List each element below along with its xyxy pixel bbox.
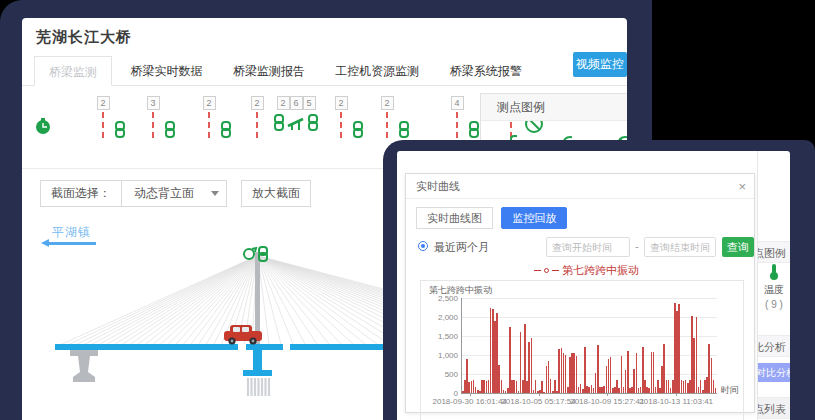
chart-legend[interactable]: 第七跨跨中振动 bbox=[534, 263, 754, 278]
legend-marker-icon bbox=[544, 268, 549, 273]
compare-analysis-button[interactable]: 对比分析 bbox=[757, 363, 790, 382]
temperature-block[interactable]: 温度 ( 9 ) bbox=[758, 263, 790, 310]
temperature-count: ( 9 ) bbox=[758, 299, 790, 310]
link-sensor-icon[interactable] bbox=[273, 114, 285, 131]
dashed-line bbox=[256, 112, 258, 138]
tab-monitor-report[interactable]: 桥梁监测报告 bbox=[233, 56, 305, 86]
chart-bar bbox=[696, 317, 698, 393]
y-tick-label: 500 bbox=[445, 370, 458, 379]
weighbridge-icon bbox=[286, 114, 306, 131]
tabs-bar: 桥梁监测 桥梁实时数据 桥梁监测报告 工控机资源监测 桥梁系统报警 bbox=[22, 56, 627, 86]
radio-last-two-months[interactable] bbox=[418, 241, 428, 251]
section-controls: 截面选择： 动态背立面 放大截面 bbox=[40, 180, 311, 207]
x-tick-label: 2018-09-30 16:01:44 bbox=[432, 397, 506, 406]
zoom-section-button[interactable]: 放大截面 bbox=[241, 180, 311, 207]
sensor-point[interactable]: 2 bbox=[248, 92, 266, 142]
section-select[interactable]: 动态背立面 bbox=[122, 181, 226, 206]
fragment-compare-header: 对比分析 bbox=[758, 335, 790, 357]
link-sensor-icon[interactable] bbox=[468, 121, 480, 138]
legend-label: 第七跨跨中振动 bbox=[562, 263, 639, 278]
sensor-count-badge: 5 bbox=[303, 96, 316, 110]
range-separator: - bbox=[635, 240, 639, 252]
temperature-label: 温度 bbox=[758, 283, 790, 297]
video-monitor-button[interactable]: 视频监控 bbox=[573, 52, 627, 77]
dashed-line bbox=[386, 112, 388, 138]
sensor-count-badge: 2 bbox=[381, 96, 394, 110]
x-tick-label: 2018-10-13 11:03:41 bbox=[639, 397, 713, 406]
tab-ipc-resource[interactable]: 工控机资源监测 bbox=[335, 56, 419, 86]
query-button[interactable]: 查询 bbox=[722, 237, 754, 257]
sensor-cluster[interactable]: 265 bbox=[268, 92, 324, 142]
link-sensor-icon[interactable] bbox=[307, 114, 319, 131]
y-tick-label: 2,000 bbox=[438, 313, 458, 322]
tab-monitor-playback[interactable]: 监控回放 bbox=[501, 207, 567, 229]
link-sensor-icon[interactable] bbox=[220, 121, 232, 138]
fragment-legend-header: 测点图例 bbox=[758, 241, 790, 263]
y-tick-label: 2,500 bbox=[438, 294, 458, 303]
bank-label: 平湖镇 bbox=[52, 224, 91, 241]
chart-bar bbox=[531, 338, 533, 393]
x-axis-name: 时间 bbox=[721, 384, 739, 397]
foundation-hatch bbox=[248, 378, 269, 396]
chart-bar bbox=[597, 345, 599, 393]
radio-label: 最近两个月 bbox=[434, 240, 489, 255]
close-icon[interactable]: × bbox=[738, 174, 746, 199]
bridge-pier bbox=[70, 350, 98, 382]
modal-title: 实时曲线 bbox=[416, 180, 460, 192]
section-select-group: 截面选择： 动态背立面 bbox=[40, 180, 227, 207]
sensor-count-badge: 2 bbox=[335, 96, 348, 110]
dashed-line bbox=[456, 112, 458, 138]
link-sensor-icon[interactable] bbox=[398, 121, 410, 138]
dashed-line bbox=[208, 112, 210, 138]
page-fragment-strip: 测点图例 温度 ( 9 ) 对比分析 对比分析 测点列表 bbox=[757, 151, 790, 420]
link-sensor-icon[interactable] bbox=[352, 121, 364, 138]
chart-plot: 2,5002,0001,5001,00050002018-09-30 16:01… bbox=[461, 298, 717, 394]
fragment-list-header: 测点列表 bbox=[758, 397, 790, 419]
sensor-count-badge: 3 bbox=[147, 96, 160, 110]
dashed-line bbox=[152, 112, 154, 138]
dashed-line bbox=[102, 112, 104, 138]
legend-marker-icon bbox=[534, 270, 541, 271]
sensor-point[interactable]: 3 bbox=[144, 92, 176, 142]
section-select-value: 动态背立面 bbox=[134, 186, 194, 200]
modal-tabs: 实时曲线图 监控回放 bbox=[416, 207, 754, 229]
link-sensor-icon[interactable] bbox=[164, 121, 176, 138]
caret-down-icon bbox=[211, 191, 219, 196]
sensor-point[interactable]: 2 bbox=[200, 92, 232, 142]
sensor-point[interactable]: 2 bbox=[378, 92, 410, 142]
sensor-point[interactable]: 2 bbox=[332, 92, 364, 142]
left-arrow-icon bbox=[48, 242, 96, 245]
tab-realtime-data[interactable]: 桥梁实时数据 bbox=[130, 56, 202, 86]
link-sensor-icon[interactable] bbox=[114, 121, 126, 138]
tab-system-alarm[interactable]: 桥梁系统报警 bbox=[450, 56, 522, 86]
y-tick-label: 1,500 bbox=[438, 332, 458, 341]
realtime-curve-modal: 实时曲线 × 实时曲线图 监控回放 最近两个月 - 查询 第七跨跨中振动 第七跨… bbox=[405, 173, 755, 413]
legend-marker-icon bbox=[552, 270, 559, 271]
tab-realtime-curve-chart[interactable]: 实时曲线图 bbox=[416, 207, 493, 229]
popup-window: 实时曲线 × 实时曲线图 监控回放 最近两个月 - 查询 第七跨跨中振动 第七跨… bbox=[397, 151, 790, 420]
chart-bar bbox=[636, 353, 638, 393]
modal-header: 实时曲线 × bbox=[406, 174, 754, 199]
chart-container: 第七跨跨中振动 2,5002,0001,5001,00050002018-09-… bbox=[420, 280, 744, 420]
x-tick-label: 2018-10-05 05:17:54 bbox=[501, 397, 575, 406]
y-tick-label: 1,000 bbox=[438, 351, 458, 360]
query-end-time-input[interactable] bbox=[644, 237, 716, 257]
sensor-count-badge: 2 bbox=[97, 96, 110, 110]
sensor-count-badge: 2 bbox=[203, 96, 216, 110]
sensor-count-badge: 2 bbox=[277, 96, 290, 110]
query-start-time-input[interactable] bbox=[546, 237, 630, 257]
sensor-count-badge: 2 bbox=[251, 96, 264, 110]
sensor-point[interactable]: 2 bbox=[94, 92, 126, 142]
legend-panel-title: 测点图例 bbox=[481, 94, 627, 121]
sensor-point[interactable]: 4 bbox=[448, 92, 480, 142]
tab-bridge-monitor[interactable]: 桥梁监测 bbox=[34, 56, 112, 86]
chart-bar bbox=[627, 351, 629, 393]
dashed-line bbox=[340, 112, 342, 138]
sensor-count-badge: 4 bbox=[451, 96, 464, 110]
chart-bar bbox=[715, 388, 717, 393]
clock-sensor-icon[interactable] bbox=[34, 92, 52, 142]
section-select-label: 截面选择： bbox=[41, 181, 122, 206]
thermometer-icon bbox=[768, 263, 780, 281]
x-tick-label: 2018-10-09 15:27:41 bbox=[570, 397, 644, 406]
page-title: 芜湖长江大桥 bbox=[36, 28, 132, 47]
